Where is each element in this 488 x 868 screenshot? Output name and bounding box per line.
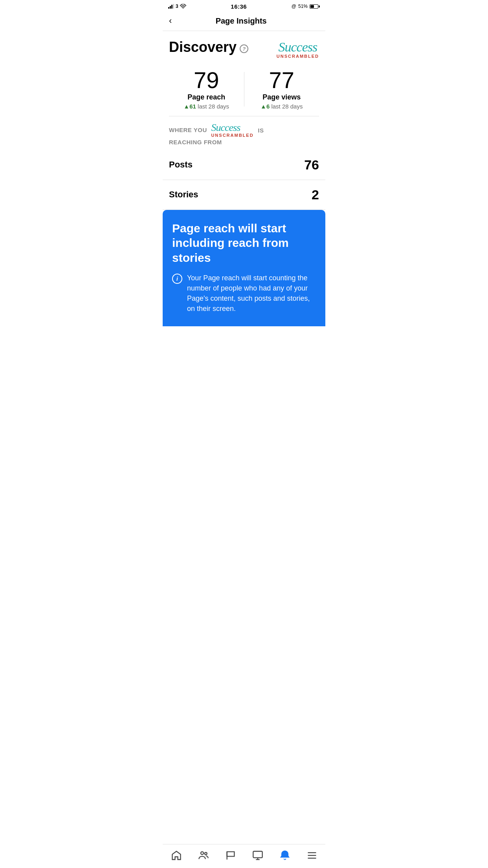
battery-icon — [310, 4, 320, 9]
overlay-title: Page reach will start including reach fr… — [172, 221, 316, 265]
brand-logo-top: Success UNSCRAMBLED — [277, 39, 319, 59]
page-reach-block: 79 Page reach ▲61 last 28 days — [169, 69, 244, 110]
discovery-heading: Discovery — [169, 39, 237, 55]
discovery-info-icon[interactable]: ? — [240, 44, 248, 53]
page-reach-change: ▲61 last 28 days — [169, 103, 244, 110]
page-reach-change-arrow: ▲61 — [183, 103, 196, 110]
page-views-change-suffix: last 28 days — [270, 103, 303, 110]
stats-row: 79 Page reach ▲61 last 28 days 77 Page v… — [169, 65, 319, 116]
reaching-logo-sub: UNSCRAMBLED — [211, 133, 253, 138]
svg-point-0 — [183, 8, 183, 9]
page-reach-label: Page reach — [169, 93, 244, 101]
posts-value: 76 — [304, 157, 319, 173]
page-views-value: 77 — [244, 69, 319, 92]
signal-icon — [168, 4, 174, 9]
reaching-text-right: IS — [256, 127, 264, 134]
stories-row: Stories 2 — [163, 180, 325, 210]
logo-sub-text: UNSCRAMBLED — [277, 54, 319, 59]
page-views-change: ▲6 last 28 days — [244, 103, 319, 110]
at-symbol: @ — [292, 4, 296, 9]
logo-main-text: Success — [277, 40, 319, 54]
page-views-change-arrow: ▲6 — [261, 103, 270, 110]
status-left: 3 — [168, 4, 186, 9]
stories-label: Stories — [169, 189, 198, 200]
battery-percent: 51% — [298, 4, 308, 9]
overlay-info-icon: i — [172, 274, 182, 284]
reaching-section: WHERE YOU Success UNSCRAMBLED IS REACHIN… — [163, 116, 325, 150]
posts-row: Posts 76 — [163, 150, 325, 180]
back-button[interactable]: ‹ — [169, 16, 176, 26]
page-reach-value: 79 — [169, 69, 244, 92]
page-views-block: 77 Page views ▲6 last 28 days — [244, 69, 319, 110]
status-time: 16:36 — [231, 3, 247, 10]
status-bar: 3 16:36 @ 51% — [163, 0, 325, 12]
overlay-description: Your Page reach will start counting the … — [187, 273, 316, 314]
discovery-title: Discovery ? — [169, 39, 248, 55]
reaching-logo: Success UNSCRAMBLED — [211, 123, 253, 138]
reaching-text-left: WHERE YOU — [169, 126, 209, 134]
overlay-body: i Your Page reach will start counting th… — [172, 273, 316, 314]
discovery-header: Discovery ? Success UNSCRAMBLED — [169, 39, 319, 59]
reaching-text-left-2: REACHING FROM — [169, 139, 222, 145]
blue-overlay-notification: Page reach will start including reach fr… — [163, 210, 325, 327]
stories-value: 2 — [312, 187, 319, 202]
discovery-section: Discovery ? Success UNSCRAMBLED 79 Page … — [163, 31, 325, 116]
page-title: Page Insights — [176, 17, 306, 26]
status-right: @ 51% — [292, 4, 320, 9]
page-views-change-value: 6 — [266, 103, 270, 110]
reaching-row-1: WHERE YOU Success UNSCRAMBLED IS — [169, 123, 319, 138]
posts-label: Posts — [169, 160, 193, 170]
reaching-logo-main: Success — [211, 123, 253, 133]
page-views-label: Page views — [244, 93, 319, 101]
wifi-icon — [180, 4, 186, 9]
page-reach-change-suffix: last 28 days — [196, 103, 229, 110]
page-reach-change-value: 61 — [189, 103, 196, 110]
network-label: 3 — [176, 4, 178, 9]
main-content: Discovery ? Success UNSCRAMBLED 79 Page … — [163, 31, 325, 326]
nav-header: ‹ Page Insights — [163, 12, 325, 31]
